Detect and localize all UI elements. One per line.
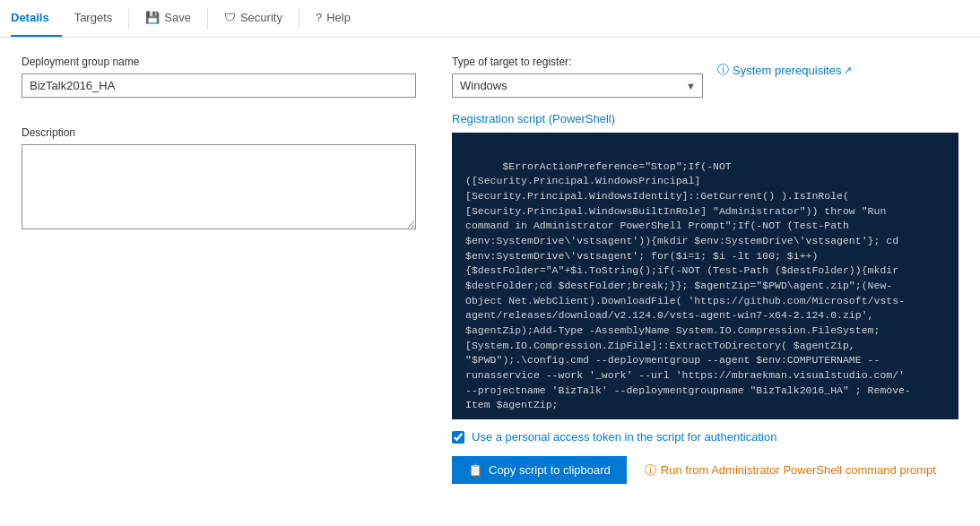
tab-save[interactable]: 💾 Save	[133, 0, 204, 37]
script-section-label: Registration script (PowerShell)	[452, 112, 958, 125]
description-field: Description	[22, 126, 416, 232]
access-token-checkbox-row: Use a personal access token in the scrip…	[452, 430, 958, 444]
nav-divider-3	[299, 8, 299, 30]
description-textarea[interactable]	[22, 144, 416, 229]
type-select-wrapper: Windows Linux ▼	[452, 73, 703, 98]
copy-script-button[interactable]: 📋 Copy script to clipboard	[452, 456, 627, 484]
action-row: 📋 Copy script to clipboard ⓘ Run from Ad…	[452, 456, 958, 484]
tab-targets[interactable]: Targets	[62, 0, 126, 37]
info-icon: ⓘ	[645, 462, 656, 479]
left-column: Deployment group name Description	[22, 56, 416, 484]
tab-details-label: Details	[11, 11, 49, 24]
external-link-icon: ↗	[844, 65, 852, 76]
type-label: Type of target to register:	[452, 56, 703, 68]
tab-help-label: Help	[326, 11, 351, 24]
deployment-group-name-field: Deployment group name	[22, 56, 416, 112]
tab-security-label: Security	[240, 11, 282, 24]
circle-question-icon: ⓘ	[717, 62, 729, 78]
tab-security[interactable]: 🛡 Security	[212, 0, 295, 37]
target-type-row: Type of target to register: Windows Linu…	[452, 56, 958, 98]
run-powershell-link[interactable]: ⓘ Run from Administrator PowerShell comm…	[645, 462, 936, 479]
description-label: Description	[22, 126, 416, 139]
right-column: Type of target to register: Windows Linu…	[452, 56, 958, 484]
shield-icon: 🛡	[224, 11, 236, 24]
tab-help[interactable]: ? Help	[303, 0, 363, 37]
nav-divider-1	[128, 8, 129, 30]
top-nav: Details Targets 💾 Save 🛡 Security ? Help	[0, 0, 980, 38]
sys-prereq-label: System prerequisites	[733, 64, 841, 77]
tab-details[interactable]: Details	[11, 0, 62, 37]
main-content: Deployment group name Description Type o…	[0, 38, 980, 502]
sys-prereq-link[interactable]: ⓘ System prerequisites ↗	[717, 62, 852, 78]
nav-divider-2	[207, 8, 208, 30]
script-content: $ErrorActionPreference="Stop";If(-NOT ([…	[465, 160, 911, 411]
help-icon: ?	[316, 11, 322, 24]
run-label: Run from Administrator PowerShell comman…	[661, 463, 936, 477]
tab-save-label: Save	[164, 11, 191, 24]
copy-btn-label: Copy script to clipboard	[489, 463, 611, 477]
access-token-label: Use a personal access token in the scrip…	[472, 430, 776, 444]
target-type-group: Type of target to register: Windows Linu…	[452, 56, 703, 98]
type-select[interactable]: Windows Linux	[452, 73, 703, 98]
deployment-group-name-label: Deployment group name	[22, 56, 416, 68]
save-icon: 💾	[145, 11, 160, 24]
script-lang-text: (PowerShell)	[549, 112, 615, 125]
deployment-group-name-input[interactable]	[22, 73, 416, 98]
tab-targets-label: Targets	[74, 11, 113, 24]
script-box: $ErrorActionPreference="Stop";If(-NOT ([…	[452, 133, 958, 419]
script-label-text: Registration script	[452, 112, 549, 125]
copy-icon: 📋	[468, 463, 482, 477]
access-token-checkbox[interactable]	[452, 431, 464, 444]
